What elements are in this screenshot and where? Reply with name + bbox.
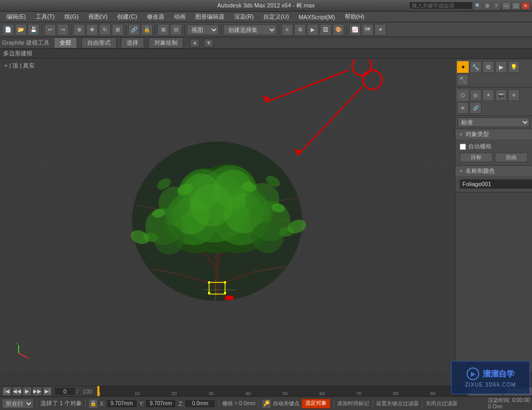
key-icon[interactable]: 🔑 [262,399,271,408]
maximize-button[interactable]: □ [512,2,520,10]
menu-create[interactable]: 创建(C) [113,12,141,22]
prev-frame-button[interactable]: |◀ [2,387,12,396]
menu-help[interactable]: 帮助(H) [340,12,369,22]
toolbar-undo[interactable]: ↩ [44,24,56,36]
toolbar-new[interactable]: 📄 [2,24,14,36]
watermark-title: 溜溜自学 [483,369,514,379]
panel-icon-display[interactable]: 💡 [508,61,520,73]
standard-dropdown[interactable]: 标准 [458,118,530,127]
panel-icon-systems[interactable]: 🔗 [470,102,481,114]
play-button[interactable]: ▶ [22,387,32,396]
toolbar-move[interactable]: ✥ [86,24,98,36]
right-panel: ✦ 🔧 ⚙ ▶ 💡 🔨 ⬡ ◎ ☀ 📷 ✛ ≋ 🔗 标准 [455,60,532,372]
panel-icon-shapes[interactable]: ◎ [470,89,481,101]
toolbar-render-frame[interactable]: 🖼 [320,24,331,36]
question-icon[interactable]: ? [492,2,500,10]
panel-icon-helpers[interactable]: ✛ [508,89,520,101]
time-display-area: 渲染时间: 0:00:00 0 Onn [488,397,530,410]
toolbar-material-editor[interactable]: 🎨 [332,24,344,36]
toolbar-scale[interactable]: ⊞ [112,24,123,36]
object-type-header[interactable]: ▼ 对象类型 [455,129,532,139]
title-bar: Autodesk 3ds Max 2012 x64 - 树.max ─ □ ✕ … [0,0,532,12]
next-key-button[interactable]: ▶▶ [32,387,42,396]
object-name-input[interactable] [460,179,532,189]
panel-icon-hierarchy[interactable]: ⚙ [483,61,494,73]
graphite-extra-dropdown[interactable]: ▼ [204,39,213,47]
panel-icon-spacewarps[interactable]: ≋ [457,102,469,114]
toolbar-render-setup[interactable]: ⚙ [294,24,306,36]
search-icon[interactable]: 🔍 [474,2,482,10]
graphite-tab-paint[interactable]: 对象绘制 [148,37,184,48]
svg-rect-63 [224,292,226,294]
toolbar-save[interactable]: 💾 [28,24,39,36]
panel-icon-motion[interactable]: ▶ [495,61,507,73]
panel-icon-utilities[interactable]: 🔨 [457,74,469,86]
toolbar-open[interactable]: 📂 [15,24,27,36]
name-color-header[interactable]: ▼ 名称和颜色 [455,166,532,176]
menu-edit[interactable]: 编辑(E) [2,12,30,22]
panel-icon-cameras[interactable]: 📷 [495,89,507,101]
menu-maxscript[interactable]: MAXScript(M) [294,13,339,21]
watermark-url: ZIXUE.3D66.COM [465,382,516,388]
object-type-label: 对象类型 [466,130,489,138]
menu-tools[interactable]: 工具(T) [31,12,59,22]
toolbar-mirror[interactable]: ⊠ [157,24,169,36]
y-coord-field: Y: [139,399,177,408]
toolbar-rotate[interactable]: ↻ [99,24,111,36]
autokey-status: 自动关键点 [273,400,300,407]
panel-icon-geometry[interactable]: ⬡ [457,89,469,101]
selected-set-button[interactable]: 选定对象 [302,399,330,408]
auto-grid-checkbox[interactable] [460,144,466,150]
toolbar-link[interactable]: 🔗 [128,24,140,36]
toolbar-align[interactable]: ⊟ [170,24,182,36]
frame-input[interactable] [54,387,76,396]
name-color-label: 名称和颜色 [466,167,495,175]
panel-icon-lights[interactable]: ☀ [483,89,494,101]
viewport-breadcrumb: 多边形建模 [3,49,32,57]
toolbar-particle[interactable]: ✦ [375,24,386,36]
toolbar-layers[interactable]: ≡ [281,24,293,36]
settings-icon[interactable]: ⚙ [483,2,491,10]
toolbar-schematic[interactable]: 🗺 [362,24,373,36]
menu-group[interactable]: 组(G) [60,12,83,22]
toolbar-curve-editor[interactable]: 📈 [349,24,361,36]
viewport[interactable]: + | 顶 | 真实 [0,60,455,372]
panel-icon-modify[interactable]: 🔧 [470,61,481,73]
toolbar-select[interactable]: ⊕ [73,24,85,36]
z-coord-input[interactable] [185,399,215,408]
reference-dropdown[interactable]: 视图 屏幕 世界 [187,24,219,35]
close-button[interactable]: ✕ [521,2,530,10]
x-coord-input[interactable] [106,399,137,408]
target-button[interactable]: 目标 [460,153,493,162]
timeline-track[interactable]: 0 10 20 30 40 50 60 70 80 90 [97,386,467,396]
graphite-tab-freeform[interactable]: 自由形式 [81,37,117,48]
free-button[interactable]: 自由 [495,153,528,162]
toolbar-render[interactable]: ▶ [307,24,319,36]
watermark-play-icon: ▶ [467,367,479,380]
toolbar-unlink[interactable]: 🔓 [141,24,153,36]
menu-customize[interactable]: 自定义(U) [259,12,293,22]
menu-render[interactable]: 渲染(R) [230,12,258,22]
named-selection-dropdown[interactable]: 创建选择集 [223,24,277,35]
grid-info: 栅格 = 0.0mm [222,400,255,407]
graphite-tab-select[interactable]: 选择 [121,37,144,48]
menu-view[interactable]: 视图(V) [84,12,112,22]
toolbar-redo[interactable]: ↪ [57,24,69,36]
menu-graph-editor[interactable]: 图形编辑器 [191,12,229,22]
object-name-row [458,178,530,190]
svg-rect-60 [208,281,210,283]
next-frame-button[interactable]: ▶| [43,387,52,396]
menu-animation[interactable]: 动画 [170,12,190,22]
lock-icon[interactable]: 🔒 [89,399,97,408]
minimize-button[interactable]: ─ [502,2,511,10]
graphite-toggle[interactable]: ● [190,39,200,47]
prev-key-button[interactable]: ◀◀ [12,387,22,396]
axis-indicator: X Y [8,342,29,364]
mode-dropdown[interactable]: 所在行 [2,399,34,408]
graphite-tab-all[interactable]: 全部 [54,37,77,48]
search-input[interactable] [409,2,473,10]
svg-rect-61 [224,281,226,283]
menu-modifiers[interactable]: 修改器 [143,12,169,22]
y-coord-input[interactable] [145,399,176,408]
panel-icon-create[interactable]: ✦ [457,61,469,73]
